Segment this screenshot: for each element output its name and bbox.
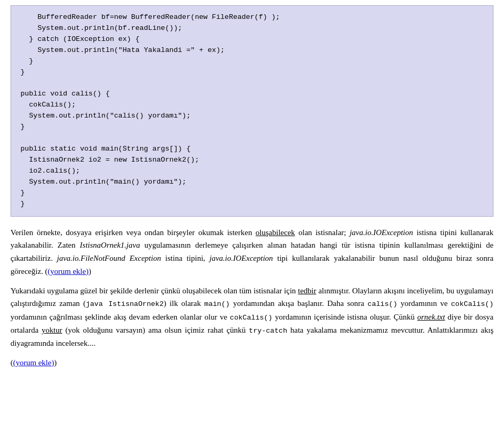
calis-code: calis() (368, 300, 397, 308)
java-io-ioexception: java.io.IOException (350, 228, 413, 237)
main-code: main() (204, 300, 230, 308)
paragraph-1: Verilen örnekte, dosyaya erişirken veya … (10, 226, 494, 278)
oluşabilecek-underline: oluşabilecek (256, 228, 295, 237)
yoktur-underline: yoktur (41, 326, 62, 334)
code-container: BufferedReader bf=new BufferedReader(new… (10, 5, 494, 217)
code-block: BufferedReader bf=new BufferedReader(new… (10, 5, 494, 217)
paragraph-3: ((yorum ekle)) (10, 356, 494, 369)
cokcalis-code: cokCalis() (451, 300, 494, 308)
ornek-txt: ornek.txt (417, 313, 445, 321)
prose-content: Verilen örnekte, dosyaya erişirken veya … (10, 226, 494, 369)
yorum-ekle-link-1[interactable]: (yorum ekle) (48, 267, 89, 275)
java-io-ioexception-2: java.io.IOException (209, 254, 273, 262)
istisnaornek1: IstisnaOrnek1.java (80, 241, 140, 249)
paragraph-2: Yukarıdaki uygulama güzel bir şekilde de… (10, 284, 494, 350)
try-catch-code: try-catch (249, 327, 287, 335)
java-istisnaornek2-code: java IstisnaOrnek2 (86, 300, 163, 308)
filenotfound: java.io.FileNotFound Exception (57, 254, 161, 262)
yorum-ekle-link-2[interactable]: (yorum ekle) (13, 358, 54, 367)
cokcalis-code-2: cokCalis() (230, 314, 272, 322)
tedbir-underline: tedbir (298, 287, 316, 295)
